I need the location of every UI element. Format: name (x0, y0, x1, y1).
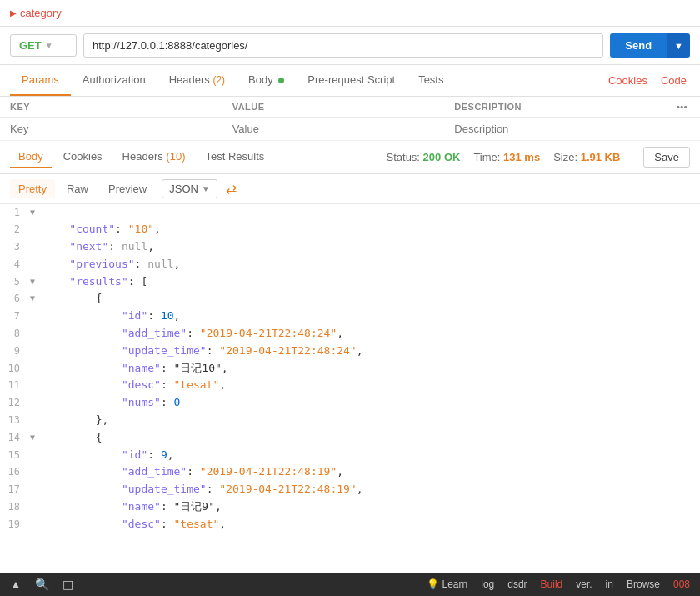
json-line: 4 "previous": null, (0, 256, 700, 273)
json-line: 7 "id": 10, (0, 308, 700, 325)
json-content: "previous": null, (42, 256, 700, 273)
tab-params[interactable]: Params (10, 65, 71, 96)
wrap-icon[interactable]: ⇄ (226, 181, 237, 197)
line-number: 8 (0, 325, 30, 342)
col-key: KEY (0, 97, 222, 118)
json-content: "update_time": "2019-04-21T22:48:24", (42, 343, 700, 360)
search-icon[interactable]: ▲ (10, 578, 22, 591)
json-line: 12 "nums": 0 (0, 394, 700, 412)
method-value: GET (19, 39, 42, 52)
bottom-right: 💡 Learn log dsdr Build ver. in Browse 00… (427, 578, 690, 590)
save-button[interactable]: Save (643, 147, 690, 168)
collection-label[interactable]: ▶ category (10, 7, 62, 19)
bottom-browse[interactable]: Browse (627, 578, 660, 590)
json-content: "id": 10, (42, 308, 700, 325)
json-content: "name": "日记9", (42, 498, 700, 516)
send-button[interactable]: Send (610, 33, 667, 58)
json-line: 2 "count": "10", (0, 221, 700, 238)
resp-tab-test-results[interactable]: Test Results (197, 146, 272, 168)
collection-arrow-icon: ▶ (10, 8, 17, 18)
line-number: 6 (0, 290, 30, 307)
line-number: 12 (0, 394, 30, 411)
line-number: 5 (0, 273, 30, 290)
json-content: "count": "10", (42, 221, 700, 238)
line-number: 14 (0, 429, 30, 446)
json-content: }, (42, 412, 700, 429)
fold-arrow-icon (30, 308, 42, 309)
resp-tab-cookies[interactable]: Cookies (55, 146, 111, 168)
json-line: 8 "add_time": "2019-04-21T22:48:24", (0, 325, 700, 343)
panel-icon[interactable]: ◫ (62, 578, 73, 591)
bottom-log[interactable]: log (481, 578, 494, 590)
params-row (0, 118, 700, 141)
find-icon[interactable]: 🔍 (35, 578, 49, 591)
tab-tests[interactable]: Tests (407, 65, 455, 96)
pretty-button[interactable]: Pretty (10, 179, 55, 198)
url-input[interactable] (83, 33, 603, 58)
headers-badge: (2) (212, 74, 225, 86)
fold-arrow-icon (30, 325, 42, 327)
fold-arrow-icon (30, 516, 42, 518)
size-label: Size: 1.91 KB (553, 151, 620, 163)
fold-arrow-icon[interactable]: ▼ (30, 204, 42, 219)
bottom-in: in (606, 578, 613, 590)
cookies-link[interactable]: Cookies (605, 66, 651, 95)
line-number: 13 (0, 412, 30, 428)
json-content: "next": null, (42, 238, 700, 256)
bottom-build[interactable]: Build (541, 578, 563, 590)
bottom-dsdr[interactable]: dsdr (508, 578, 527, 590)
json-line: 5▼ "results": [ (0, 273, 700, 291)
line-number: 4 (0, 256, 30, 273)
line-number: 19 (0, 516, 30, 529)
fold-arrow-icon (30, 481, 42, 483)
status-label: Status: 200 OK (387, 151, 461, 163)
bottom-008: 008 (673, 578, 690, 590)
line-number: 15 (0, 447, 30, 463)
fold-arrow-icon[interactable]: ▼ (30, 273, 42, 288)
raw-button[interactable]: Raw (58, 179, 97, 198)
url-bar: GET ▼ Send ▼ (0, 27, 700, 65)
format-select[interactable]: JSON ▼ (162, 179, 218, 198)
json-content: "desc": "tesat", (42, 516, 700, 529)
resp-tab-body[interactable]: Body (10, 146, 52, 168)
json-view: 1▼2 "count": "10",3 "next": null,4 "prev… (0, 204, 700, 529)
line-number: 7 (0, 308, 30, 324)
fold-arrow-icon (30, 394, 42, 396)
json-line: 3 "next": null, (0, 238, 700, 256)
key-input[interactable] (10, 123, 212, 135)
collection-name: category (20, 7, 62, 19)
code-link[interactable]: Code (658, 66, 690, 95)
line-number: 9 (0, 343, 30, 359)
bottom-learn[interactable]: 💡 Learn (427, 578, 468, 590)
preview-button[interactable]: Preview (100, 179, 155, 198)
fold-arrow-icon (30, 447, 42, 448)
json-line: 9 "update_time": "2019-04-21T22:48:24", (0, 343, 700, 360)
fold-arrow-icon (30, 343, 42, 344)
tab-body[interactable]: Body (237, 65, 296, 96)
send-dropdown-button[interactable]: ▼ (667, 33, 690, 58)
line-number: 16 (0, 463, 30, 480)
value-input[interactable] (232, 123, 435, 135)
resp-tab-headers[interactable]: Headers (10) (114, 146, 194, 168)
desc-input[interactable] (454, 123, 657, 135)
resp-headers-badge: (10) (166, 150, 185, 163)
tab-headers[interactable]: Headers (2) (158, 65, 237, 96)
tab-pre-request[interactable]: Pre-request Script (296, 65, 407, 96)
json-content: "nums": 0 (42, 394, 700, 412)
method-select[interactable]: GET ▼ (10, 34, 77, 57)
fold-arrow-icon[interactable]: ▼ (30, 429, 42, 444)
json-content: "add_time": "2019-04-21T22:48:24", (42, 325, 700, 343)
fold-arrow-icon (30, 256, 42, 258)
line-number: 17 (0, 481, 30, 498)
size-value: 1.91 KB (581, 151, 621, 163)
fold-arrow-icon (30, 463, 42, 465)
json-line: 18 "name": "日记9", (0, 498, 700, 516)
tab-authorization[interactable]: Authorization (71, 65, 158, 96)
collection-bar: ▶ category (0, 0, 700, 27)
json-content: "desc": "tesat", (42, 377, 700, 394)
format-dropdown-icon: ▼ (202, 184, 210, 193)
fold-arrow-icon[interactable]: ▼ (30, 290, 42, 305)
fold-arrow-icon (30, 412, 42, 413)
col-more: ••• (667, 97, 700, 118)
fold-arrow-icon (30, 221, 42, 223)
